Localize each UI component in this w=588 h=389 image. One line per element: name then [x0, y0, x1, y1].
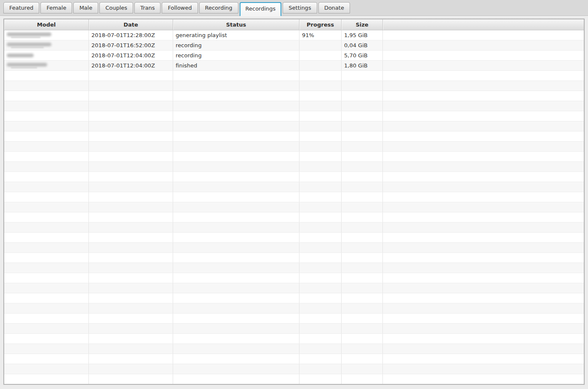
cell-status [173, 283, 299, 293]
cell-size [342, 324, 383, 333]
cell-status [173, 71, 299, 80]
cell-model [4, 314, 89, 323]
cell-date [89, 374, 173, 384]
cell-date [89, 334, 173, 343]
cell-size [342, 142, 383, 151]
table-row-empty [4, 324, 584, 334]
cell-progress [299, 162, 342, 172]
redacted-model-name [7, 43, 51, 48]
cell-size: 0,04 GiB [342, 40, 383, 50]
tab-featured[interactable]: Featured [3, 2, 39, 13]
table-row-empty [4, 344, 584, 354]
cell-progress [299, 293, 342, 303]
cell-size: 1,95 GiB [342, 30, 383, 40]
cell-size [342, 293, 383, 303]
cell-size [342, 71, 383, 80]
table-row-empty [4, 91, 584, 101]
cell-status [173, 233, 299, 242]
cell-filler [383, 172, 584, 182]
cell-status [173, 354, 299, 364]
tab-followed[interactable]: Followed [162, 2, 198, 13]
cell-status [173, 223, 299, 232]
cell-size [342, 344, 383, 354]
tab-settings[interactable]: Settings [283, 2, 317, 13]
cell-size [342, 101, 383, 111]
cell-status [173, 192, 299, 202]
cell-model [4, 61, 89, 70]
table-row-empty [4, 263, 584, 273]
cell-progress [299, 81, 342, 91]
cell-progress [299, 40, 342, 50]
cell-model [4, 30, 89, 40]
cell-date [89, 101, 173, 111]
table-row-empty [4, 253, 584, 263]
cell-filler [383, 152, 584, 161]
column-header-status[interactable]: Status [173, 19, 299, 30]
cell-date [89, 263, 173, 273]
tab-recording[interactable]: Recording [199, 2, 238, 13]
cell-progress [299, 283, 342, 293]
cell-size [342, 182, 383, 192]
tab-couples[interactable]: Couples [99, 2, 133, 13]
cell-status [173, 293, 299, 303]
cell-progress [299, 111, 342, 121]
tab-recordings[interactable]: Recordings [240, 2, 282, 16]
table-row-empty [4, 283, 584, 293]
table-row[interactable]: 2018-07-01T12:04:00Zrecording5,70 GiB [4, 51, 584, 61]
tab-trans[interactable]: Trans [134, 2, 160, 13]
cell-model [4, 192, 89, 202]
cell-status [173, 374, 299, 384]
recordings-table: ModelDateStatusProgressSize 2018-07-01T1… [3, 19, 585, 385]
table-row-empty [4, 101, 584, 111]
cell-size [342, 111, 383, 121]
cell-model [4, 152, 89, 161]
cell-date [89, 314, 173, 323]
cell-size [342, 314, 383, 323]
cell-status [173, 121, 299, 131]
column-header-progress[interactable]: Progress [299, 19, 342, 30]
cell-progress: 91% [299, 30, 342, 40]
cell-status [173, 253, 299, 263]
cell-status [173, 334, 299, 343]
tab-male[interactable]: Male [73, 2, 98, 13]
cell-size [342, 283, 383, 293]
cell-progress [299, 303, 342, 313]
cell-size [342, 334, 383, 343]
cell-model [4, 91, 89, 101]
cell-filler [383, 243, 584, 252]
cell-model [4, 273, 89, 283]
cell-size [342, 202, 383, 212]
table-row-empty [4, 172, 584, 182]
cell-status [173, 162, 299, 172]
table-row-empty [4, 223, 584, 233]
column-header-size[interactable]: Size [342, 19, 383, 30]
cell-model [4, 121, 89, 131]
tab-female[interactable]: Female [40, 2, 72, 13]
column-header-model[interactable]: Model [4, 19, 89, 30]
column-header-filler[interactable] [383, 19, 584, 30]
tab-donate[interactable]: Donate [318, 2, 350, 13]
table-row-empty [4, 162, 584, 172]
cell-size [342, 162, 383, 172]
table-row[interactable]: 2018-07-01T12:28:00Zgenerating playlist9… [4, 30, 584, 40]
cell-size: 1,80 GiB [342, 61, 383, 70]
table-row-empty [4, 374, 584, 384]
column-header-date[interactable]: Date [89, 19, 173, 30]
cell-filler [383, 374, 584, 384]
cell-model [4, 303, 89, 313]
cell-progress [299, 202, 342, 212]
cell-date [89, 71, 173, 80]
cell-filler [383, 364, 584, 374]
cell-size [342, 354, 383, 364]
cell-status [173, 101, 299, 111]
cell-status [173, 364, 299, 374]
cell-progress [299, 263, 342, 273]
table-row[interactable]: 2018-07-01T12:04:00Zfinished1,80 GiB [4, 61, 584, 71]
cell-filler [383, 233, 584, 242]
table-row-empty [4, 334, 584, 344]
cell-model [4, 253, 89, 263]
cell-status: generating playlist [173, 30, 299, 40]
cell-filler [383, 30, 584, 40]
table-row-empty [4, 71, 584, 81]
table-row[interactable]: 2018-07-01T16:52:00Zrecording0,04 GiB [4, 40, 584, 51]
